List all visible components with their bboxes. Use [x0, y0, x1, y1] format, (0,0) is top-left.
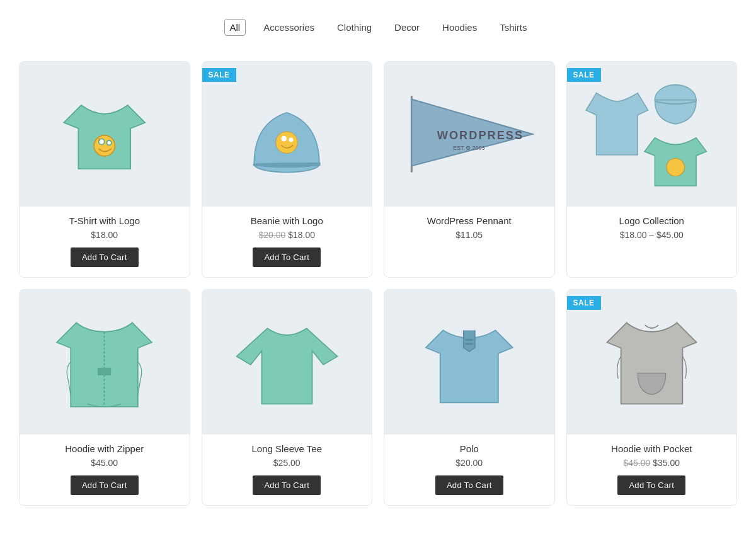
product-price: $25.00	[209, 458, 366, 468]
product-image-wrapper: SALE	[202, 62, 372, 207]
price: $18.00 – $45.00	[620, 230, 684, 240]
product-name: Hoodie with Pocket	[573, 443, 731, 454]
sale-badge: SALE	[202, 68, 236, 82]
svg-point-13	[667, 158, 684, 176]
product-info: Long Sleeve Tee $25.00 Add To Cart	[202, 435, 372, 495]
product-card-4: SALE Logo Collection $18.00 – $45.00	[566, 61, 738, 278]
svg-point-5	[276, 132, 298, 154]
price-new: $18.00	[288, 230, 315, 240]
filter-btn-hoodies[interactable]: Hoodies	[437, 20, 482, 35]
svg-point-0	[94, 135, 115, 156]
product-price: $20.00	[391, 458, 548, 468]
product-info: Hoodie with Pocket $45.00$35.00 Add To C…	[567, 435, 737, 495]
price-old: $20.00	[258, 230, 285, 240]
product-price: $18.00	[26, 230, 183, 240]
product-info: T-Shirt with Logo $18.00 Add To Cart	[20, 207, 190, 267]
svg-text:WORDPRESS: WORDPRESS	[437, 129, 524, 142]
product-name: Hoodie with Zipper	[26, 443, 183, 454]
product-name: Long Sleeve Tee	[209, 443, 366, 454]
filter-btn-all[interactable]: All	[224, 19, 246, 36]
product-image-pennant: WORDPRESS EST ⚙ 2003	[384, 62, 554, 207]
product-image-wrapper	[20, 290, 190, 435]
product-info: Beanie with Logo $20.00$18.00 Add To Car…	[202, 207, 372, 267]
price: $20.00	[455, 458, 483, 468]
price: $25.00	[273, 458, 301, 468]
product-price: $45.00$35.00	[573, 458, 731, 468]
add-to-cart-button[interactable]: Add To Cart	[71, 247, 139, 267]
product-price: $20.00$18.00	[209, 230, 366, 240]
product-card-1: T-Shirt with Logo $18.00 Add To Cart	[19, 61, 190, 278]
product-name: Polo	[391, 443, 548, 454]
sale-badge: SALE	[567, 296, 601, 310]
svg-rect-14	[98, 368, 111, 375]
product-price: $45.00	[26, 458, 183, 468]
product-image-hoodie-zipper	[20, 290, 190, 435]
add-to-cart-button[interactable]: Add To Cart	[253, 475, 321, 495]
filter-btn-tshirts[interactable]: Tshirts	[495, 20, 532, 35]
add-to-cart-button[interactable]: Add To Cart	[253, 247, 321, 267]
product-card-3: WORDPRESS EST ⚙ 2003 WordPress Pennant $…	[384, 61, 555, 278]
svg-point-6	[282, 136, 287, 142]
product-name: WordPress Pennant	[391, 215, 548, 226]
filter-bar: AllAccessoriesClothingDecorHoodiesTshirt…	[13, 13, 743, 42]
product-card-6: Long Sleeve Tee $25.00 Add To Cart	[202, 289, 373, 506]
product-image-tshirt	[20, 62, 190, 207]
product-price: $18.00 – $45.00	[573, 230, 731, 240]
product-card-7: Polo $20.00 Add To Cart	[384, 289, 555, 506]
add-to-cart-button[interactable]: Add To Cart	[435, 475, 503, 495]
product-image-hoodie-pocket	[567, 290, 737, 435]
product-image-wrapper: SALE	[567, 62, 737, 207]
price-old: $45.00	[623, 458, 650, 468]
product-price: $11.05	[391, 230, 548, 240]
product-image-wrapper	[384, 290, 554, 435]
sale-badge: SALE	[567, 68, 601, 82]
product-name: Beanie with Logo	[209, 215, 366, 226]
product-card-2: SALE Beanie with Logo $20.00$18.00 Add T…	[202, 61, 373, 278]
filter-btn-accessories[interactable]: Accessories	[258, 20, 319, 35]
product-name: T-Shirt with Logo	[26, 215, 183, 226]
product-info: Polo $20.00 Add To Cart	[384, 435, 554, 495]
product-info: WordPress Pennant $11.05	[384, 207, 554, 247]
product-image-wrapper: WORDPRESS EST ⚙ 2003	[384, 62, 554, 207]
filter-btn-decor[interactable]: Decor	[389, 20, 425, 35]
price: $45.00	[91, 458, 118, 468]
product-image-wrapper	[202, 290, 372, 435]
product-image-collection	[567, 62, 737, 207]
svg-text:EST ⚙ 2003: EST ⚙ 2003	[453, 145, 485, 151]
price-new: $35.00	[653, 458, 680, 468]
product-info: Hoodie with Zipper $45.00 Add To Cart	[20, 435, 190, 495]
svg-rect-15	[465, 339, 473, 341]
add-to-cart-button[interactable]: Add To Cart	[617, 475, 685, 495]
product-image-longsleeve	[202, 290, 372, 435]
product-card-8: SALE Hoodie with Pocket $45.00$35.00 Add…	[566, 289, 738, 506]
product-grid: T-Shirt with Logo $18.00 Add To Cart SAL…	[19, 61, 737, 506]
product-name: Logo Collection	[573, 215, 731, 226]
product-info: Logo Collection $18.00 – $45.00	[567, 207, 737, 247]
svg-point-2	[106, 140, 111, 145]
add-to-cart-button[interactable]: Add To Cart	[71, 475, 139, 495]
price: $18.00	[91, 230, 118, 240]
svg-point-7	[289, 137, 294, 142]
product-image-beanie	[202, 62, 372, 207]
svg-rect-16	[465, 343, 473, 345]
product-image-polo	[384, 290, 554, 435]
product-image-wrapper	[20, 62, 190, 207]
filter-btn-clothing[interactable]: Clothing	[332, 20, 377, 35]
product-image-wrapper: SALE	[567, 290, 737, 435]
price: $11.05	[455, 230, 483, 240]
product-card-5: Hoodie with Zipper $45.00 Add To Cart	[19, 289, 190, 506]
